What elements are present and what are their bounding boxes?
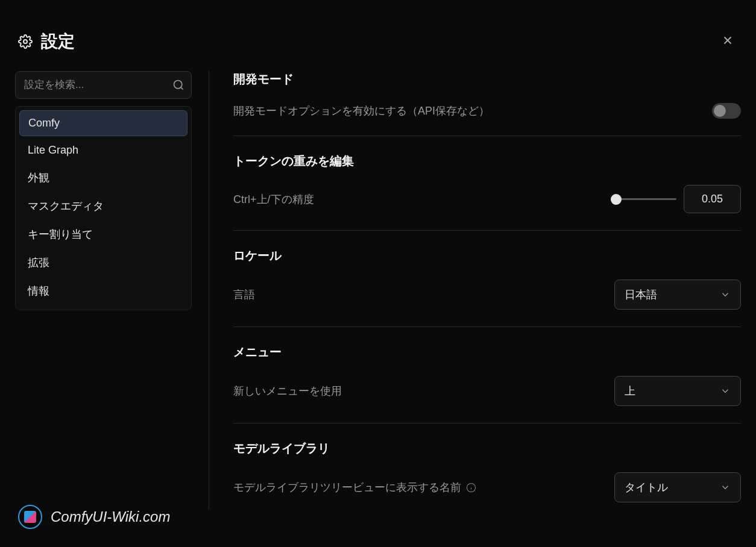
tree-name-value: タイトル	[625, 480, 668, 495]
sidebar-item-about[interactable]: 情報	[19, 278, 187, 304]
content: Comfy Lite Graph 外観 マスクエディタ キー割り当て 拡張 情報…	[0, 71, 756, 510]
svg-line-4	[181, 87, 183, 90]
precision-slider[interactable]	[616, 198, 676, 200]
chevron-down-icon	[720, 289, 731, 300]
section-title-dev-mode: 開発モード	[233, 71, 741, 87]
precision-input[interactable]	[684, 185, 741, 213]
tree-name-select[interactable]: タイトル	[614, 472, 741, 502]
section-model-library: モデルライブラリ モデルライブラリツリービューに表示する名前 タイトル すべての…	[233, 440, 741, 510]
page-title: 設定	[41, 30, 75, 53]
tree-name-label: モデルライブラリツリービューに表示する名前	[233, 480, 476, 495]
logo-icon	[18, 505, 42, 529]
setting-precision: Ctrl+上/下の精度	[233, 185, 741, 213]
slider-thumb	[611, 194, 622, 205]
new-menu-label: 新しいメニューを使用	[233, 384, 342, 398]
precision-control-group	[616, 185, 741, 213]
new-menu-value: 上	[625, 384, 635, 398]
dev-mode-enable-label: 開発モードオプションを有効にする（API保存など）	[233, 104, 490, 118]
section-title-locale: ロケール	[233, 248, 741, 264]
section-title-model-library: モデルライブラリ	[233, 440, 741, 457]
precision-label: Ctrl+上/下の精度	[233, 192, 314, 207]
footer-text: ComfyUI-Wiki.com	[51, 508, 170, 525]
info-icon[interactable]	[466, 483, 476, 493]
language-select[interactable]: 日本語	[614, 280, 741, 310]
setting-new-menu: 新しいメニューを使用 上	[233, 376, 741, 406]
sidebar: Comfy Lite Graph 外観 マスクエディタ キー割り当て 拡張 情報	[15, 71, 209, 510]
footer: ComfyUI-Wiki.com	[18, 505, 170, 529]
new-menu-select[interactable]: 上	[614, 376, 741, 406]
header: 設定	[0, 0, 756, 71]
language-value: 日本語	[625, 287, 657, 302]
dev-mode-toggle[interactable]	[712, 103, 741, 119]
language-label: 言語	[233, 287, 255, 302]
search-box	[15, 71, 192, 99]
toggle-knob	[714, 105, 726, 117]
setting-dev-mode-enable: 開発モードオプションを有効にする（API保存など）	[233, 103, 741, 119]
header-title-group: 設定	[18, 30, 75, 53]
svg-point-3	[174, 81, 182, 89]
search-input[interactable]	[15, 71, 192, 99]
sidebar-item-keybinds[interactable]: キー割り当て	[19, 221, 187, 248]
main-panel: 開発モード 開発モードオプションを有効にする（API保存など） トークンの重みを…	[209, 71, 741, 510]
sidebar-item-extensions[interactable]: 拡張	[19, 249, 187, 276]
sidebar-item-comfy[interactable]: Comfy	[19, 110, 187, 136]
setting-language: 言語 日本語	[233, 280, 741, 310]
sidebar-item-mask-editor[interactable]: マスクエディタ	[19, 193, 187, 219]
nav-list: Comfy Lite Graph 外観 マスクエディタ キー割り当て 拡張 情報	[15, 106, 192, 310]
gear-icon	[18, 34, 33, 49]
chevron-down-icon	[720, 386, 731, 396]
setting-tree-name: モデルライブラリツリービューに表示する名前 タイトル	[233, 472, 741, 502]
chevron-down-icon	[720, 482, 731, 493]
search-icon	[172, 79, 184, 91]
section-title-token-weight: トークンの重みを編集	[233, 153, 741, 169]
close-button[interactable]	[717, 30, 738, 53]
svg-point-0	[24, 40, 27, 43]
sidebar-item-lite-graph[interactable]: Lite Graph	[19, 138, 187, 163]
section-token-weight: トークンの重みを編集 Ctrl+上/下の精度	[233, 153, 741, 231]
close-icon	[721, 34, 734, 47]
sidebar-item-appearance[interactable]: 外観	[19, 164, 187, 191]
section-dev-mode: 開発モード 開発モードオプションを有効にする（API保存など）	[233, 71, 741, 136]
section-locale: ロケール 言語 日本語	[233, 248, 741, 327]
section-title-menu: メニュー	[233, 344, 741, 360]
section-menu: メニュー 新しいメニューを使用 上	[233, 344, 741, 424]
